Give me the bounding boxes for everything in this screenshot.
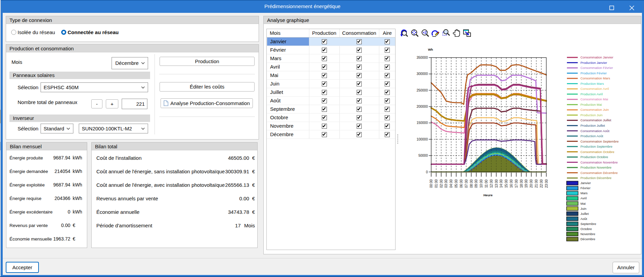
svg-text:Juin: Juin xyxy=(580,207,586,210)
svg-text:Consommation Mars: Consommation Mars xyxy=(580,76,610,80)
svg-text:Wh: Wh xyxy=(428,48,433,51)
svg-text:Production Février: Production Février xyxy=(580,71,607,75)
svg-text:200000: 200000 xyxy=(416,105,428,108)
svg-text:Consommation Juillet: Consommation Juillet xyxy=(580,118,611,122)
svg-text:Production Mars: Production Mars xyxy=(580,82,604,85)
svg-text:×2: ×2 xyxy=(423,31,427,34)
svg-text:Production Juin: Production Juin xyxy=(580,113,602,117)
svg-text:Janvier: Janvier xyxy=(580,181,591,185)
svg-text:21:00: 21:00 xyxy=(534,179,538,188)
svg-text:Production Août: Production Août xyxy=(580,134,603,138)
svg-text:00:00: 00:00 xyxy=(429,179,433,188)
svg-text:16:00: 16:00 xyxy=(509,179,513,188)
svg-text:Septembre: Septembre xyxy=(580,222,596,226)
svg-text:300000: 300000 xyxy=(416,72,428,76)
svg-text:Consommation Avril: Consommation Avril xyxy=(580,87,609,91)
svg-text:04:00: 04:00 xyxy=(449,179,453,188)
svg-text:07:00: 07:00 xyxy=(464,179,468,188)
svg-text:Consommation Juin: Consommation Juin xyxy=(580,108,609,111)
svg-text:22:00: 22:00 xyxy=(540,179,543,188)
svg-text:Août: Août xyxy=(580,217,587,221)
svg-text:Production Janvier: Production Janvier xyxy=(580,61,607,65)
svg-text:13:00: 13:00 xyxy=(495,179,498,188)
svg-text:Consommation Février: Consommation Février xyxy=(580,66,613,70)
svg-text:02:00: 02:00 xyxy=(439,179,443,188)
svg-text:Mars: Mars xyxy=(580,191,588,195)
svg-text:23:00: 23:00 xyxy=(545,179,548,188)
svg-text:0: 0 xyxy=(426,170,428,174)
svg-text:19:00: 19:00 xyxy=(524,179,528,188)
svg-text:Production Novembre: Production Novembre xyxy=(580,166,612,169)
svg-text:09:00: 09:00 xyxy=(474,179,478,188)
svg-text:06:00: 06:00 xyxy=(459,179,463,188)
svg-text:Production Septembre: Production Septembre xyxy=(580,145,613,148)
svg-text:11:00: 11:00 xyxy=(484,179,488,188)
svg-text:Consommation Janvier: Consommation Janvier xyxy=(580,55,613,59)
svg-text:20:00: 20:00 xyxy=(529,179,533,188)
svg-text:100000: 100000 xyxy=(416,137,428,141)
svg-text:Consommation Août: Consommation Août xyxy=(580,129,610,133)
svg-text:Mai: Mai xyxy=(580,202,586,205)
svg-text:17:00: 17:00 xyxy=(515,179,518,188)
svg-text:150000: 150000 xyxy=(416,121,428,125)
svg-text:350000: 350000 xyxy=(416,56,428,59)
svg-text:Février: Février xyxy=(580,186,591,190)
svg-text:14:00: 14:00 xyxy=(499,179,503,188)
svg-text:Production Juillet: Production Juillet xyxy=(580,124,605,127)
svg-text:03:00: 03:00 xyxy=(444,179,448,188)
svg-text:Consommation Novembre: Consommation Novembre xyxy=(580,160,618,164)
svg-text:05:00: 05:00 xyxy=(454,179,458,188)
svg-text:12:00: 12:00 xyxy=(490,179,493,188)
svg-text:Production Avril: Production Avril xyxy=(580,92,603,96)
svg-text:Consommation Décembre: Consommation Décembre xyxy=(580,171,618,175)
svg-text:Avril: Avril xyxy=(580,196,587,200)
svg-text:250000: 250000 xyxy=(416,89,428,92)
svg-text:18:00: 18:00 xyxy=(520,179,523,188)
svg-text:Consommation Septembre: Consommation Septembre xyxy=(580,140,619,143)
svg-text:01:00: 01:00 xyxy=(434,179,438,188)
svg-text:Consommation Octobre: Consommation Octobre xyxy=(580,150,614,154)
svg-text:10:00: 10:00 xyxy=(479,179,483,188)
svg-text:Juillet: Juillet xyxy=(580,212,589,216)
svg-text:Octobre: Octobre xyxy=(580,227,592,231)
svg-text:Décembre: Décembre xyxy=(580,237,595,241)
svg-text:50000: 50000 xyxy=(419,154,428,157)
svg-text:08:00: 08:00 xyxy=(470,179,473,188)
svg-text:Production Mai: Production Mai xyxy=(580,103,602,106)
svg-text:Heure: Heure xyxy=(483,193,493,197)
svg-text:Consommation Mai: Consommation Mai xyxy=(580,97,608,101)
svg-text:15:00: 15:00 xyxy=(504,179,508,188)
svg-text:Production Décembre: Production Décembre xyxy=(580,176,612,180)
svg-text:Production Octobre: Production Octobre xyxy=(580,155,608,159)
svg-text:Novembre: Novembre xyxy=(580,232,595,236)
